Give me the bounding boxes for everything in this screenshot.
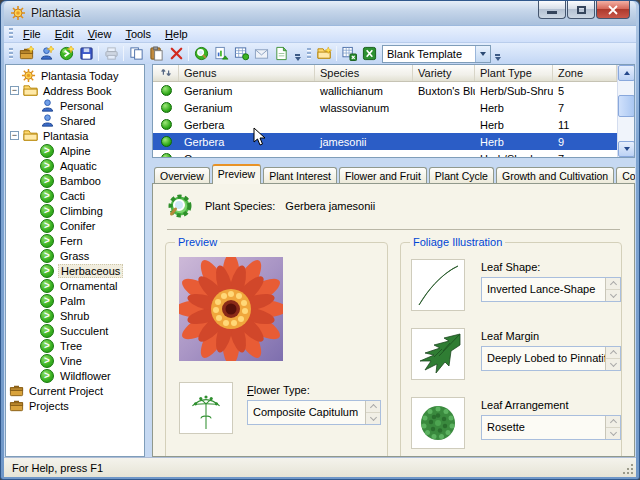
tab-plant-interest[interactable]: Plant Interest bbox=[263, 167, 337, 184]
export-grid-button[interactable] bbox=[339, 44, 359, 63]
flower-type-field[interactable]: Composite Capitulum bbox=[247, 400, 381, 425]
table-cell-zone: 9 bbox=[553, 136, 617, 148]
sidebar-item-aquatic[interactable]: >Aquatic bbox=[6, 158, 144, 173]
sidebar-item-herbaceous[interactable]: >Herbaceous bbox=[6, 263, 144, 278]
maximize-button[interactable] bbox=[567, 1, 595, 19]
sidebar-item-palm[interactable]: >Palm bbox=[6, 293, 144, 308]
leaf-margin-field[interactable]: Deeply Lobed to Pinnatifid bbox=[481, 346, 621, 371]
table-cell-species: jamesonii bbox=[315, 136, 413, 148]
sidebar-item-shrub[interactable]: >Shrub bbox=[6, 308, 144, 323]
sidebar-item-projects[interactable]: Projects bbox=[6, 398, 144, 413]
table-row-selected[interactable]: Gerbera jamesonii Herb 9 bbox=[153, 133, 617, 150]
copy-button[interactable] bbox=[126, 44, 146, 63]
tab-preview[interactable]: Preview bbox=[212, 164, 261, 184]
new-contact-button[interactable] bbox=[36, 44, 56, 63]
spin-down-button[interactable] bbox=[606, 428, 620, 439]
leaf-arrangement-field[interactable]: Rosette bbox=[481, 415, 621, 440]
print-button[interactable] bbox=[101, 44, 121, 63]
sidebar-item-shared[interactable]: Shared bbox=[6, 113, 144, 128]
column-header-genus[interactable]: Genus bbox=[179, 65, 315, 81]
template-combobox[interactable]: Blank Template bbox=[382, 45, 491, 63]
sidebar-item-bamboo[interactable]: >Bamboo bbox=[6, 173, 144, 188]
sidebar-item-climbing[interactable]: >Climbing bbox=[6, 203, 144, 218]
table-row[interactable]: Geranium wallichianum Buxton's Blue Herb… bbox=[153, 82, 617, 99]
new-plant-button[interactable] bbox=[56, 44, 76, 63]
toolbar-grip[interactable] bbox=[9, 48, 13, 60]
resize-grip[interactable] bbox=[622, 463, 634, 475]
report-button[interactable] bbox=[231, 44, 251, 63]
column-header-plant-type[interactable]: Plant Type bbox=[475, 65, 553, 81]
table-cell-zone: 7 bbox=[553, 153, 617, 159]
sidebar-item-plantasia-today[interactable]: Plantasia Today bbox=[6, 68, 144, 83]
collapse-icon[interactable]: − bbox=[10, 131, 19, 140]
save-button[interactable] bbox=[76, 44, 96, 63]
sidebar-item-plantasia[interactable]: − Plantasia bbox=[6, 128, 144, 143]
sidebar-item-current-project[interactable]: Current Project bbox=[6, 383, 144, 398]
sidebar-item-address-book[interactable]: − Address Book bbox=[6, 83, 144, 98]
status-column-header[interactable] bbox=[153, 65, 179, 81]
excel-button[interactable] bbox=[359, 44, 379, 63]
tab-plant-cycle[interactable]: Plant Cycle bbox=[429, 167, 494, 184]
menu-tools[interactable]: Tools bbox=[118, 27, 158, 41]
sidebar-item-vine[interactable]: >Vine bbox=[6, 353, 144, 368]
scrollbar-thumb[interactable] bbox=[618, 95, 635, 117]
toolbar-grip[interactable] bbox=[307, 48, 311, 60]
spin-down-button[interactable] bbox=[606, 290, 620, 301]
column-header-zone[interactable]: Zone bbox=[553, 65, 617, 81]
collapse-icon[interactable]: − bbox=[10, 86, 19, 95]
table-scrollbar[interactable] bbox=[617, 65, 634, 157]
titlebar[interactable]: Plantasia bbox=[4, 1, 636, 25]
sidebar-item-cacti[interactable]: >Cacti bbox=[6, 188, 144, 203]
find-button[interactable] bbox=[191, 44, 211, 63]
spin-up-button[interactable] bbox=[366, 401, 380, 413]
sidebar-item-fern[interactable]: >Fern bbox=[6, 233, 144, 248]
table-row[interactable]: Gerbera Herb 11 bbox=[153, 116, 617, 133]
spin-up-button[interactable] bbox=[606, 416, 620, 428]
spin-up-button[interactable] bbox=[606, 278, 620, 290]
tab-cost-profile[interactable]: Cost Profile bbox=[616, 167, 635, 184]
new-project-button[interactable] bbox=[16, 44, 36, 63]
menubar-grip[interactable] bbox=[9, 28, 13, 40]
delete-button[interactable] bbox=[166, 44, 186, 63]
menu-help[interactable]: Help bbox=[158, 27, 195, 41]
spin-down-button[interactable] bbox=[366, 413, 380, 424]
sidebar-item-succulent[interactable]: >Succulent bbox=[6, 323, 144, 338]
tab-growth-and-cultivation[interactable]: Growth and Cultivation bbox=[496, 167, 614, 184]
sidebar-item-grass[interactable]: >Grass bbox=[6, 248, 144, 263]
scroll-up-button[interactable] bbox=[618, 65, 635, 81]
table-row[interactable]: Geum Herb/Shrub 7 bbox=[153, 150, 617, 158]
scroll-down-button[interactable] bbox=[618, 141, 635, 157]
mail-button[interactable] bbox=[251, 44, 271, 63]
toolbar-overflow-button[interactable] bbox=[293, 45, 302, 63]
sidebar-item-alpine[interactable]: >Alpine bbox=[6, 143, 144, 158]
close-button[interactable] bbox=[596, 1, 630, 19]
tab-flower-and-fruit[interactable]: Flower and Fruit bbox=[339, 167, 427, 184]
tab-overview[interactable]: Overview bbox=[154, 167, 210, 184]
column-header-species[interactable]: Species bbox=[315, 65, 413, 81]
menu-view[interactable]: View bbox=[81, 27, 119, 41]
minimize-button[interactable] bbox=[538, 1, 566, 19]
table-row[interactable]: Geranium wlassovianum Herb 7 bbox=[153, 99, 617, 116]
leaf-shape-field[interactable]: Inverted Lance-Shape bbox=[481, 277, 621, 302]
sidebar-item-tree[interactable]: >Tree bbox=[6, 338, 144, 353]
column-header-variety[interactable]: Variety bbox=[413, 65, 475, 81]
spin-down-button[interactable] bbox=[606, 359, 620, 370]
leaf-arrangement-value: Rosette bbox=[482, 416, 605, 439]
arrow-up-icon bbox=[624, 71, 630, 75]
spin-up-button[interactable] bbox=[606, 347, 620, 359]
menu-file[interactable]: File bbox=[16, 27, 48, 41]
green-sphere-icon bbox=[161, 136, 172, 147]
sidebar-item-ornamental[interactable]: >Ornamental bbox=[6, 278, 144, 293]
sidebar-item-wildflower[interactable]: >Wildflower bbox=[6, 368, 144, 383]
sidebar-item-conifer[interactable]: >Conifer bbox=[6, 218, 144, 233]
sidebar-item-personal[interactable]: Personal bbox=[6, 98, 144, 113]
toolbar-separator bbox=[188, 46, 189, 61]
paste-button[interactable] bbox=[146, 44, 166, 63]
vertical-splitter[interactable] bbox=[145, 64, 152, 457]
export-chart-button[interactable] bbox=[211, 44, 231, 63]
menu-edit[interactable]: Edit bbox=[48, 27, 81, 41]
template-combobox-dropdown-button[interactable] bbox=[475, 46, 490, 62]
export-file-button[interactable] bbox=[271, 44, 291, 63]
toolbar-overflow-button[interactable] bbox=[493, 45, 502, 63]
new-template-button[interactable] bbox=[314, 44, 334, 63]
